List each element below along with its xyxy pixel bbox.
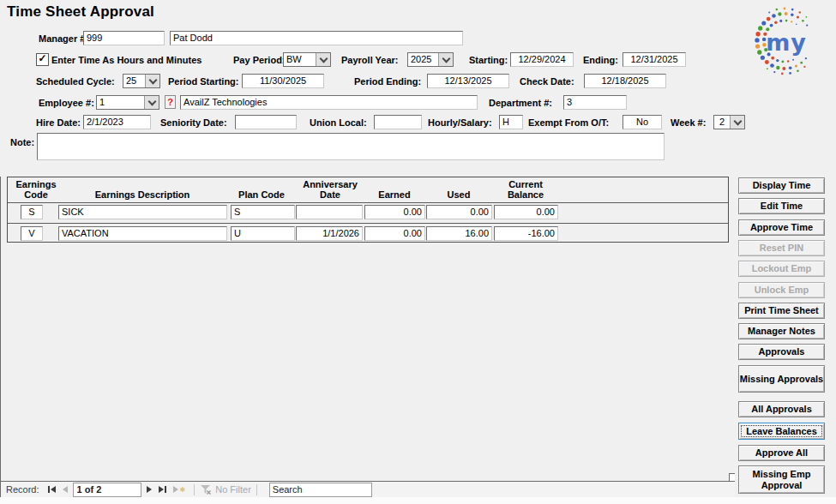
employee-help-button[interactable]: ? (165, 95, 176, 109)
hourly-salary-label: Hourly/Salary: (428, 117, 492, 128)
leave-balances-button[interactable]: Leave Balances (738, 423, 825, 440)
header-current-balance-line1: Current (495, 179, 556, 189)
row-separator (8, 223, 728, 224)
time-sheet-approval-window: Time Sheet Approval my Manager #: 999 Pa… (0, 0, 836, 504)
chevron-down-icon (442, 54, 450, 63)
cell-earnings-code[interactable]: S (21, 205, 43, 219)
unlock-emp-button: Unlock Emp (738, 282, 825, 298)
search-input[interactable] (269, 483, 372, 497)
new-record-button[interactable]: ✱ (173, 486, 186, 494)
record-position-box[interactable]: 1 of 2 (73, 483, 141, 497)
ending-label: Ending: (583, 55, 618, 65)
seniority-date-input[interactable] (235, 115, 297, 129)
no-filter-button[interactable]: No Filter (215, 484, 251, 495)
page-title: Time Sheet Approval (7, 3, 154, 21)
new-record-star-icon: ✱ (180, 486, 186, 494)
starting-label: Starting: (469, 55, 508, 65)
header-earnings-description: Earnings Description (61, 189, 224, 200)
exempt-input[interactable]: No (622, 115, 662, 129)
cell-anniversary-date[interactable]: 1/1/2026 (296, 226, 363, 241)
cell-current-balance[interactable]: 0.00 (494, 205, 558, 219)
header-current-balance-line2: Balance (495, 189, 556, 200)
ending-input[interactable]: 12/31/2025 (622, 52, 686, 67)
cell-earnings-code[interactable]: V (21, 226, 43, 241)
chevron-down-icon (733, 117, 742, 125)
department-input[interactable]: 3 (563, 95, 627, 110)
previous-record-button[interactable] (63, 486, 68, 493)
header-plan-code: Plan Code (227, 189, 296, 200)
hire-date-input[interactable]: 2/1/2023 (83, 115, 151, 129)
enter-time-checkbox[interactable]: ✓ (36, 53, 49, 66)
header-earnings-code-line1: Earnings (11, 179, 61, 189)
header-anniversary-line2: Date (298, 189, 363, 200)
record-navigation-bar: Record: 1 of 2 ✱ No Filter (0, 481, 735, 497)
reset-pin-button: Reset PIN (738, 240, 825, 256)
period-starting-label: Period Starting: (168, 76, 239, 87)
cell-earnings-description[interactable]: VACATION (58, 226, 227, 241)
cell-used[interactable]: 0.00 (426, 205, 492, 219)
approvals-button[interactable]: Approvals (738, 344, 825, 360)
week-number-label: Week #: (671, 117, 706, 128)
manager-number-input[interactable]: 999 (83, 31, 165, 45)
cell-used[interactable]: 16.00 (426, 226, 492, 241)
manager-name-input[interactable]: Pat Dodd (170, 31, 463, 45)
form-left-edge (0, 177, 1, 482)
union-local-input[interactable] (374, 115, 422, 129)
header-earned: Earned (364, 189, 424, 200)
header-used: Used (428, 189, 490, 200)
employee-name-input[interactable]: AvailZ Technologies (180, 95, 478, 110)
department-label: Department #: (489, 98, 552, 108)
print-time-sheet-button[interactable]: Print Time Sheet (738, 303, 825, 319)
approve-all-button[interactable]: Approve All (738, 445, 825, 461)
cell-earnings-description[interactable]: SICK (58, 205, 227, 219)
cell-earned[interactable]: 0.00 (364, 205, 425, 219)
missing-approvals-button[interactable]: Missing Approvals (738, 365, 825, 393)
manager-notes-button[interactable]: Manager Notes (738, 323, 825, 339)
cell-anniversary-date[interactable] (296, 205, 363, 219)
pay-period-combo[interactable]: BW (283, 52, 331, 67)
cell-earned[interactable]: 0.00 (364, 226, 425, 241)
starting-input[interactable]: 12/29/2024 (510, 52, 574, 67)
last-record-button[interactable] (159, 486, 166, 493)
cell-current-balance[interactable]: -16.00 (494, 226, 558, 241)
missing-emp-approval-button[interactable]: Missing Emp Approval (738, 465, 825, 494)
check-date-input[interactable]: 12/18/2025 (584, 74, 666, 88)
logo-text: my (766, 29, 807, 56)
header-anniversary-line1: Anniversary (298, 179, 363, 189)
no-filter-icon (200, 484, 212, 495)
first-record-button[interactable] (48, 486, 56, 493)
cell-plan-code[interactable]: U (231, 226, 295, 241)
cell-plan-code[interactable]: S (231, 205, 295, 219)
employee-number-combo[interactable]: 1 (96, 95, 159, 110)
my-logo: my (746, 2, 825, 81)
hourly-salary-input[interactable]: H (499, 115, 523, 129)
payroll-year-combo[interactable]: 2025 (407, 52, 454, 67)
display-time-button[interactable]: Display Time (738, 177, 825, 194)
divider (194, 484, 195, 495)
period-ending-label: Period Ending: (354, 76, 421, 87)
seniority-date-label: Seniority Date: (160, 117, 227, 128)
lockout-emp-button: Lockout Emp (738, 261, 825, 277)
enter-time-label: Enter Time As Hours and Minutes (51, 55, 201, 65)
union-local-label: Union Local: (310, 117, 367, 128)
check-date-label: Check Date: (520, 76, 574, 87)
pay-period-label: Pay Period: (233, 55, 286, 65)
note-label: Note: (10, 137, 34, 147)
manager-number-label: Manager #: (39, 33, 88, 44)
approve-time-button[interactable]: Approve Time (738, 219, 825, 236)
scheduled-cycle-combo[interactable]: 25 (123, 74, 160, 88)
employee-number-label: Employee #: (39, 98, 94, 108)
note-textarea[interactable] (37, 133, 665, 160)
edit-time-button[interactable]: Edit Time (738, 198, 825, 214)
week-combo[interactable]: 2 (713, 115, 745, 129)
payroll-year-label: Payroll Year: (341, 55, 398, 65)
period-ending-input[interactable]: 12/13/2025 (427, 74, 509, 88)
chevron-down-icon (147, 97, 156, 105)
chevron-down-icon (148, 75, 157, 84)
chevron-down-icon (319, 54, 328, 63)
header-separator (8, 202, 728, 203)
period-starting-input[interactable]: 11/30/2025 (242, 74, 324, 88)
next-record-button[interactable] (147, 486, 152, 493)
scheduled-cycle-label: Scheduled Cycle: (36, 76, 115, 87)
all-approvals-button[interactable]: All Approvals (738, 401, 825, 417)
